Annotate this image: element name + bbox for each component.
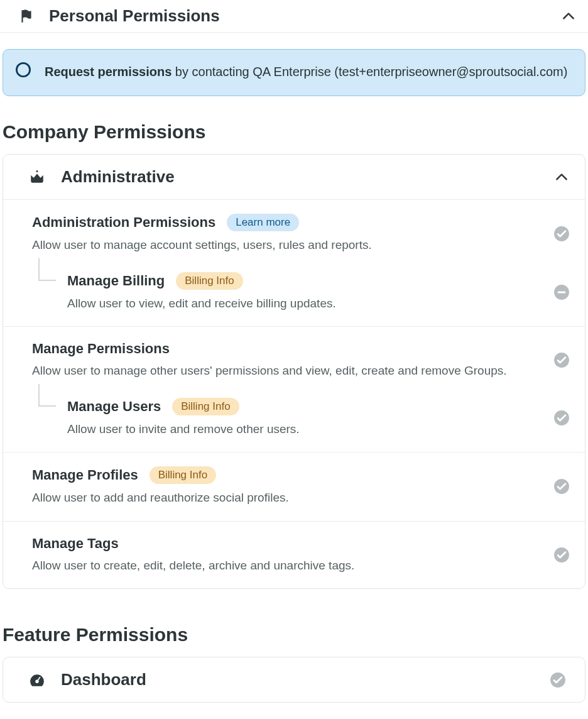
chevron-up-icon (553, 169, 570, 185)
learn-more-pill[interactable]: Learn more (227, 214, 299, 231)
billing-info-pill[interactable]: Billing Info (150, 466, 216, 484)
divider (0, 32, 588, 33)
permission-title: Manage Permissions (32, 341, 170, 357)
minus-icon (553, 284, 570, 300)
permission-title: Manage Users (67, 398, 161, 415)
permission-desc: Allow user to add and reauthorize social… (32, 489, 542, 507)
company-permissions-heading: Company Permissions (3, 121, 588, 143)
permission-desc: Allow user to invite and remove other us… (67, 420, 542, 439)
permission-subrow: Manage Users Billing Info Allow user to … (3, 394, 585, 453)
permission-desc: Allow user to manage account settings, u… (32, 236, 542, 255)
personal-permissions-header[interactable]: Personal Permissions (0, 0, 588, 32)
permission-title: Manage Billing (67, 273, 165, 289)
permission-row: Administration Permissions Learn more Al… (3, 199, 585, 268)
check-icon (553, 547, 570, 563)
permission-title: Manage Tags (32, 535, 119, 552)
billing-info-pill[interactable]: Billing Info (172, 398, 239, 415)
permission-title: Administration Permissions (32, 214, 215, 231)
permission-row: Manage Permissions Allow user to manage … (3, 326, 585, 394)
check-icon (553, 352, 570, 368)
administrative-title: Administrative (61, 167, 553, 187)
permission-row: Manage Tags Allow user to create, edit, … (3, 521, 585, 589)
feature-permissions-heading: Feature Permissions (3, 624, 588, 645)
chevron-up-icon (560, 8, 577, 25)
check-icon (553, 478, 570, 495)
personal-permissions-title: Personal Permissions (49, 6, 560, 26)
banner-text: Request permissions by contacting QA Ent… (45, 61, 567, 83)
permission-desc: Allow user to manage other users' permis… (32, 362, 542, 380)
administrative-header[interactable]: Administrative (3, 155, 585, 199)
branch-line (32, 272, 66, 313)
banner-bold: Request permissions (45, 65, 172, 79)
banner-rest: by contacting QA Enterprise (test+enterp… (172, 65, 567, 79)
dashboard-title: Dashboard (61, 670, 550, 689)
check-icon (553, 226, 570, 242)
branch-line (32, 398, 66, 439)
billing-info-pill[interactable]: Billing Info (176, 272, 242, 290)
administrative-card: Administrative Administration Permission… (3, 154, 585, 589)
permission-row: Manage Profiles Billing Info Allow user … (3, 452, 585, 521)
request-permissions-banner: Request permissions by contacting QA Ent… (3, 49, 585, 96)
dashboard-card: Dashboard (3, 657, 585, 703)
permission-subrow: Manage Billing Billing Info Allow user t… (3, 268, 585, 327)
info-icon (16, 62, 31, 77)
permission-title: Manage Profiles (32, 467, 138, 483)
permission-list: Administration Permissions Learn more Al… (3, 199, 585, 588)
gauge-icon (28, 671, 46, 689)
flag-icon (18, 8, 35, 25)
check-icon (550, 672, 566, 688)
check-icon (553, 410, 570, 426)
permission-desc: Allow user to view, edit and receive bil… (67, 295, 542, 313)
dashboard-header[interactable]: Dashboard (3, 657, 585, 702)
permission-desc: Allow user to create, edit, delete, arch… (32, 557, 542, 575)
crown-icon (28, 168, 46, 186)
